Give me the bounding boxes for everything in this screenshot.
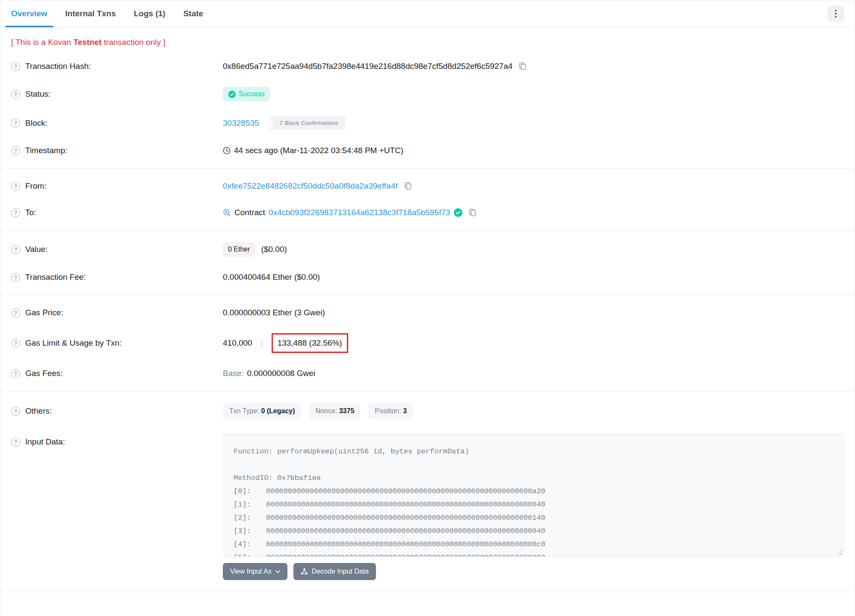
testnet-notice: [ This is a Kovan Testnet transaction on…	[0, 27, 855, 49]
decode-input-data-label: Decode Input Data	[312, 568, 369, 575]
row-gas-fees: ? Gas Fees: Base: 0.000000008 Gwei	[0, 360, 855, 387]
row-input-data: ? Input Data: Function: performUpkeep(ui…	[0, 426, 855, 587]
status-badge: Success	[223, 87, 270, 101]
timestamp-label: Timestamp:	[25, 146, 68, 155]
help-icon[interactable]: ?	[11, 369, 20, 378]
transaction-details-card: Overview Internal Txns Logs (1) State [ …	[0, 0, 855, 616]
others-label: Others:	[25, 406, 52, 416]
tab-internal-txns[interactable]: Internal Txns	[65, 0, 116, 27]
to-label: To:	[25, 208, 36, 217]
from-address-link[interactable]: 0xfee7522e8482682cf50ddc50a0f8da2a39effa…	[223, 181, 398, 191]
status-text: Success	[239, 90, 264, 98]
gas-price-label: Gas Price:	[25, 308, 63, 317]
gas-limit-value: 410,000	[223, 338, 252, 348]
chevron-down-icon	[275, 570, 280, 573]
to-contract-word: Contract	[234, 208, 265, 217]
tab-state[interactable]: State	[183, 0, 203, 27]
help-icon[interactable]: ?	[11, 146, 20, 155]
input-param-line: [4]:000000000000000000000000000000000000…	[234, 538, 833, 551]
kebab-menu-icon	[835, 10, 837, 18]
row-gas-limit-usage: ? Gas Limit & Usage by Txn: 410,000 | 13…	[0, 326, 855, 360]
txn-type-badge: Txn Type: 0 (Legacy)	[223, 403, 302, 419]
tab-logs[interactable]: Logs (1)	[134, 0, 166, 27]
input-param-line: [5]:000000000000000000000000000000000000…	[234, 551, 833, 557]
help-icon[interactable]: ?	[11, 339, 20, 348]
view-input-as-label: View Input As	[230, 568, 272, 575]
row-value: ? Value: 0 Ether ($0.00)	[0, 235, 855, 264]
row-transaction-fee: ? Transaction Fee: 0.000400464 Ether ($0…	[0, 264, 855, 290]
block-label: Block:	[25, 118, 47, 128]
gas-fees-label: Gas Fees:	[25, 369, 63, 378]
bottom-divider-area	[0, 592, 855, 607]
nonce-badge: Nonce: 3375	[309, 403, 361, 419]
view-input-as-button[interactable]: View Input As	[223, 563, 287, 580]
value-label: Value:	[25, 245, 47, 254]
position-key: Position:	[375, 407, 401, 415]
help-icon[interactable]: ?	[11, 208, 20, 217]
help-icon[interactable]: ?	[11, 273, 20, 282]
copy-from-address-button[interactable]	[404, 182, 412, 190]
section-others-input: ? Others: Txn Type: 0 (Legacy) Nonce: 33…	[0, 391, 855, 592]
help-icon[interactable]: ?	[11, 407, 20, 416]
gas-fees-base-value: 0.000000008 Gwei	[247, 369, 316, 378]
gas-limit-label: Gas Limit & Usage by Txn:	[25, 338, 122, 348]
verified-check-icon	[454, 208, 462, 217]
help-icon[interactable]: ?	[11, 182, 20, 191]
help-icon[interactable]: ?	[11, 118, 20, 127]
transaction-hash-value: 0x86ed5a771e725aa94d5b7fa2398e4419e216d8…	[223, 62, 512, 71]
from-label: From:	[25, 181, 47, 191]
usd-value: ($0.00)	[261, 245, 287, 254]
copy-to-address-button[interactable]	[468, 208, 477, 217]
section-addresses: ? From: 0xfee7522e8482682cf50ddc50a0f8da…	[0, 168, 855, 230]
row-transaction-hash: ? Transaction Hash: 0x86ed5a771e725aa94d…	[0, 53, 855, 80]
gas-fees-base-label: Base:	[223, 369, 244, 378]
clock-icon	[223, 147, 231, 154]
row-timestamp: ? Timestamp: 44 secs ago (Mar-11-2022 03…	[0, 137, 855, 164]
section-overview-top: ? Transaction Hash: 0x86ed5a771e725aa94d…	[0, 49, 855, 168]
help-icon[interactable]: ?	[11, 438, 20, 447]
txn-type-key: Txn Type:	[229, 407, 259, 415]
row-status: ? Status: Success	[0, 80, 855, 109]
decode-input-data-button[interactable]: Decode Input Data	[293, 563, 376, 580]
success-check-icon	[228, 91, 236, 98]
gas-separator: |	[261, 338, 263, 348]
transaction-fee-value: 0.000400464 Ether ($0.00)	[223, 272, 320, 282]
timestamp-value: 44 secs ago (Mar-11-2022 03:54:48 PM +UT…	[234, 146, 403, 155]
nonce-value: 3375	[339, 407, 355, 415]
to-contract-address-link[interactable]: 0x4cb093f226983713164a62138c3f718a5b595f…	[269, 208, 450, 217]
zoom-in-magnifier-icon[interactable]	[223, 209, 231, 217]
gas-price-value: 0.000000003 Ether (3 Gwei)	[223, 308, 325, 317]
status-label: Status:	[25, 89, 50, 99]
row-gas-price: ? Gas Price: 0.000000003 Ether (3 Gwei)	[0, 299, 855, 326]
copy-icon	[404, 182, 412, 190]
tab-bar: Overview Internal Txns Logs (1) State	[0, 0, 855, 27]
input-function-line: Function: performUpkeep(uint256 id, byte…	[234, 445, 833, 458]
row-block: ? Block: 30328535 7 Block Confirmations	[0, 109, 855, 137]
tab-overview[interactable]: Overview	[11, 0, 47, 27]
block-number-link[interactable]: 30328535	[223, 118, 259, 128]
input-param-line: [1]:000000000000000000000000000000000000…	[234, 498, 833, 511]
help-icon[interactable]: ?	[11, 245, 20, 254]
notice-bold: Testnet	[73, 38, 101, 47]
input-data-textarea[interactable]: Function: performUpkeep(uint256 id, byte…	[223, 434, 844, 557]
row-to: ? To: Contract 0x4cb093f226983713164a621…	[0, 199, 855, 226]
help-icon[interactable]: ?	[11, 308, 20, 317]
copy-icon	[468, 208, 477, 217]
transaction-hash-label: Transaction Hash:	[25, 62, 91, 71]
position-badge: Position: 3	[368, 403, 413, 419]
copy-txn-hash-button[interactable]	[518, 62, 527, 71]
notice-prefix: [ This is a Kovan	[11, 38, 73, 47]
txn-type-value: 0 (Legacy)	[261, 407, 295, 415]
help-icon[interactable]: ?	[11, 62, 20, 71]
ether-value-badge: 0 Ether	[223, 242, 255, 257]
section-value-fee: ? Value: 0 Ether ($0.00) ? Transaction F…	[0, 230, 855, 295]
position-value: 3	[403, 407, 407, 415]
row-others: ? Others: Txn Type: 0 (Legacy) Nonce: 33…	[0, 396, 855, 426]
more-options-button[interactable]	[828, 6, 844, 22]
help-icon[interactable]: ?	[11, 90, 20, 99]
nonce-key: Nonce:	[316, 407, 337, 415]
textarea-resize-handle[interactable]	[836, 549, 842, 555]
input-methodid-line: MethodID: 0x7bbaf1ea	[234, 471, 833, 485]
input-param-line: [2]:000000000000000000000000000000000000…	[234, 511, 833, 524]
input-data-label: Input Data:	[25, 437, 65, 447]
